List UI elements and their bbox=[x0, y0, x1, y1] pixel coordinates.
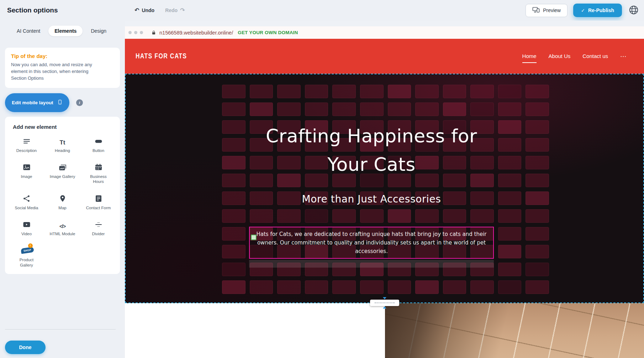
element-heading[interactable]: Tt Heading bbox=[44, 136, 80, 153]
hero-tile bbox=[526, 85, 549, 98]
hero-tile bbox=[222, 280, 246, 294]
sidebar: AI Content Elements Design Tip of the da… bbox=[0, 21, 125, 358]
site-preview: HATS FOR CATS Home About Us Contact us ⋯… bbox=[125, 39, 644, 358]
element-map[interactable]: Map bbox=[44, 193, 80, 210]
nav-more-button[interactable]: ⋯ bbox=[620, 53, 626, 59]
edit-mobile-layout-button[interactable]: Edit mobile layout bbox=[5, 93, 69, 112]
site-header: HATS FOR CATS Home About Us Contact us ⋯ bbox=[125, 39, 644, 74]
hero-tile bbox=[526, 191, 549, 205]
element-drag-handle[interactable] bbox=[251, 235, 257, 240]
window-dots bbox=[128, 31, 143, 34]
tab-elements[interactable]: Elements bbox=[48, 26, 83, 36]
arrow-down-icon bbox=[383, 297, 386, 299]
redo-icon: ↷ bbox=[180, 7, 185, 13]
element-contact-form[interactable]: Contact Form bbox=[80, 193, 116, 210]
hero-content: Crafting Happiness for Your Cats More th… bbox=[249, 74, 494, 302]
hero-tile bbox=[222, 138, 246, 152]
tiled-floor-image bbox=[385, 303, 644, 358]
button-icon bbox=[94, 136, 103, 146]
business-hours-icon bbox=[94, 162, 103, 172]
tab-design[interactable]: Design bbox=[85, 26, 112, 36]
info-icon[interactable]: i bbox=[76, 99, 83, 106]
element-divider[interactable]: Divider bbox=[80, 219, 116, 236]
globe-icon bbox=[628, 5, 639, 16]
element-product-gallery[interactable]: SHOP ↑ Product Gallery bbox=[9, 245, 44, 268]
nav-home[interactable]: Home bbox=[522, 53, 537, 60]
add-element-panel: Add new element Description Tt Heading bbox=[5, 117, 120, 274]
hero-tile bbox=[222, 156, 246, 169]
undo-icon: ↶ bbox=[134, 7, 139, 13]
site-nav: Home About Us Contact us ⋯ bbox=[522, 53, 626, 60]
element-business-hours[interactable]: Business Hours bbox=[80, 162, 116, 184]
republish-button[interactable]: ✓ Re-Publish bbox=[573, 4, 622, 17]
contact-form-icon bbox=[94, 193, 103, 203]
hero-tile bbox=[526, 174, 549, 187]
mobile-layout-row: Edit mobile layout i bbox=[5, 93, 120, 112]
hero-tile bbox=[498, 245, 522, 258]
element-description[interactable]: Description bbox=[9, 136, 44, 153]
undo-label: Undo bbox=[142, 7, 154, 13]
topbar: Section options ↶ Undo Redo ↷ bbox=[0, 0, 644, 21]
preview-button[interactable]: Preview bbox=[526, 4, 568, 17]
image-icon bbox=[22, 162, 31, 172]
hero-tile bbox=[498, 156, 522, 169]
hero-tile bbox=[222, 191, 246, 205]
hero-subheading[interactable]: More than Just Accessories bbox=[249, 193, 494, 205]
arrow-up-icon bbox=[383, 306, 386, 309]
hero-tile bbox=[498, 120, 522, 134]
get-domain-link[interactable]: GET YOUR OWN DOMAIN bbox=[238, 30, 298, 35]
site-logo[interactable]: HATS FOR CATS bbox=[136, 52, 187, 60]
page-title: Section options bbox=[7, 6, 58, 14]
redo-button[interactable]: Redo ↷ bbox=[165, 7, 185, 13]
hero-tile bbox=[498, 209, 522, 223]
hero-tile bbox=[526, 209, 549, 223]
window-dot bbox=[134, 31, 137, 34]
phone-icon bbox=[57, 99, 63, 107]
hero-tile bbox=[222, 245, 246, 258]
hero-tile bbox=[222, 102, 246, 116]
element-html-module[interactable]: </> HTML Module bbox=[44, 219, 80, 236]
done-button[interactable]: Done bbox=[5, 341, 46, 354]
nav-contact-us[interactable]: Contact us bbox=[582, 53, 608, 60]
social-media-icon bbox=[22, 193, 31, 203]
hero-heading[interactable]: Crafting Happiness for Your Cats bbox=[249, 122, 494, 179]
hero-tile bbox=[526, 156, 549, 169]
element-button[interactable]: Button bbox=[80, 136, 116, 153]
hero-section-selected[interactable]: Crafting Happiness for Your Cats More th… bbox=[125, 74, 644, 303]
section-resize-handle[interactable] bbox=[370, 297, 399, 309]
hero-tile bbox=[498, 227, 522, 241]
next-section-preview[interactable] bbox=[125, 303, 644, 358]
redo-label: Redo bbox=[165, 7, 178, 13]
window-dot bbox=[140, 31, 143, 34]
hero-tile bbox=[222, 209, 246, 223]
tip-title: Tip of the day: bbox=[11, 53, 114, 59]
edit-mobile-label: Edit mobile layout bbox=[12, 100, 53, 105]
hero-tile bbox=[498, 263, 522, 276]
video-icon bbox=[22, 219, 31, 229]
hero-tile bbox=[498, 174, 522, 187]
hero-tile bbox=[526, 245, 549, 258]
lock-icon bbox=[151, 30, 156, 35]
language-globe-button[interactable] bbox=[628, 4, 640, 16]
selected-text-element[interactable]: Hats for Cats, we are dedicated to craft… bbox=[249, 227, 494, 259]
add-element-title: Add new element bbox=[13, 124, 116, 130]
element-image-gallery[interactable]: Image Gallery bbox=[44, 162, 80, 184]
image-gallery-icon bbox=[58, 162, 67, 172]
product-gallery-icon: SHOP ↑ bbox=[21, 245, 33, 255]
hero-tile bbox=[222, 120, 246, 134]
hero-paragraph: Hats for Cats, we are dedicated to craft… bbox=[253, 230, 490, 256]
tab-ai-content[interactable]: AI Content bbox=[11, 26, 46, 36]
resize-grip bbox=[370, 300, 399, 306]
element-social-media[interactable]: Social Media bbox=[9, 193, 44, 210]
shop-badge-icon: ↑ bbox=[28, 243, 33, 248]
nav-about-us[interactable]: About Us bbox=[549, 53, 571, 60]
hero-tile bbox=[222, 227, 246, 241]
element-video[interactable]: Video bbox=[9, 219, 44, 236]
undo-button[interactable]: ↶ Undo bbox=[134, 7, 154, 13]
element-hover-strip bbox=[249, 260, 494, 268]
hero-tile bbox=[222, 85, 246, 98]
element-image[interactable]: Image bbox=[9, 162, 44, 184]
hero-tile bbox=[526, 280, 549, 294]
sidebar-divider bbox=[5, 329, 116, 330]
tip-of-the-day-card: Tip of the day: Now you can add, move an… bbox=[5, 48, 120, 88]
